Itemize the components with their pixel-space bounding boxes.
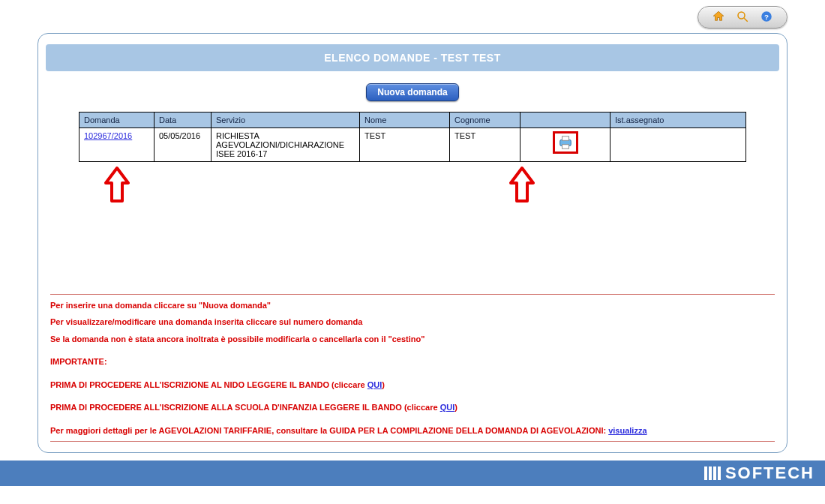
- instruction-important: IMPORTANTE:: [50, 356, 775, 368]
- cell-nome: TEST: [360, 128, 450, 162]
- new-request-button[interactable]: Nuova domanda: [366, 83, 458, 101]
- nido-qui-link[interactable]: QUI: [368, 380, 382, 389]
- footer-brand: SOFTECH: [704, 464, 814, 483]
- infanzia-qui-link[interactable]: QUI: [440, 403, 455, 412]
- arrow-right-icon: [506, 165, 538, 206]
- svg-rect-6: [562, 145, 568, 148]
- requests-grid-wrap: Domanda Data Servizio Nome Cognome Ist.a…: [79, 112, 746, 162]
- cell-print: [520, 128, 610, 162]
- instruction-agev: Per maggiori dettagli per le AGEVOLAZION…: [50, 424, 775, 437]
- col-servizio: Servizio: [212, 112, 360, 128]
- requests-table: Domanda Data Servizio Nome Cognome Ist.a…: [79, 112, 746, 162]
- arrow-left-icon: [101, 165, 133, 206]
- table-header-row: Domanda Data Servizio Nome Cognome Ist.a…: [80, 112, 746, 128]
- print-button[interactable]: [553, 131, 578, 154]
- col-cognome: Cognome: [450, 112, 520, 128]
- footer-bar: SOFTECH: [0, 460, 825, 486]
- cell-servizio: RICHIESTA AGEVOLAZIONI/DICHIARAZIONE ISE…: [212, 128, 360, 162]
- printer-icon: [557, 135, 574, 150]
- col-nome: Nome: [360, 112, 450, 128]
- instructions-block: Per inserire una domanda cliccare su "Nu…: [50, 294, 775, 447]
- annotation-arrows: [79, 165, 746, 210]
- cell-cognome: TEST: [450, 128, 520, 162]
- request-number-link[interactable]: 102967/2016: [84, 131, 132, 140]
- brand-bars-icon: [704, 466, 721, 480]
- instruction-infanzia: PRIMA DI PROCEDERE ALL'ISCRIZIONE ALLA S…: [50, 401, 775, 414]
- svg-text:?: ?: [764, 13, 769, 21]
- instructions-divider: [50, 441, 775, 442]
- page-title: ELENCO DOMANDE - TEST TEST: [46, 44, 779, 71]
- instruction-nido: PRIMA DI PROCEDERE ALL'ISCRIZIONE AL NID…: [50, 379, 775, 392]
- help-icon[interactable]: ?: [760, 10, 773, 25]
- home-icon[interactable]: [712, 10, 725, 25]
- cell-ist: [610, 128, 746, 162]
- brand-text: SOFTECH: [725, 464, 814, 483]
- toolbar-capsule: ?: [698, 6, 788, 28]
- instruction-line2: Per visualizzare/modificare una domanda …: [50, 316, 775, 328]
- svg-rect-5: [562, 136, 568, 140]
- agev-text: Per maggiori dettagli per le AGEVOLAZION…: [50, 426, 608, 435]
- search-icon[interactable]: [736, 10, 749, 25]
- instruction-line3: Se la domanda non è stata ancora inoltra…: [50, 333, 775, 346]
- nido-post: ): [382, 380, 385, 389]
- infanzia-post: ): [454, 403, 458, 412]
- visualizza-link[interactable]: visualizza: [608, 426, 646, 435]
- col-ist: Ist.assegnato: [610, 112, 746, 128]
- col-data: Data: [154, 112, 212, 128]
- infanzia-text: PRIMA DI PROCEDERE ALL'ISCRIZIONE ALLA S…: [50, 403, 440, 412]
- table-row: 102967/2016 05/05/2016 RICHIESTA AGEVOLA…: [80, 128, 746, 162]
- svg-line-1: [744, 18, 748, 22]
- svg-point-0: [738, 12, 745, 19]
- instruction-line1: Per inserire una domanda cliccare su "Nu…: [50, 299, 775, 312]
- cell-data: 05/05/2016: [154, 128, 212, 162]
- col-domanda: Domanda: [80, 112, 154, 128]
- nido-text: PRIMA DI PROCEDERE ALL'ISCRIZIONE AL NID…: [50, 380, 368, 389]
- col-actions: [520, 112, 610, 128]
- top-toolbar: ?: [0, 0, 825, 32]
- main-panel: ELENCO DOMANDE - TEST TEST Nuova domanda…: [38, 33, 788, 453]
- new-request-row: Nuova domanda: [46, 83, 779, 101]
